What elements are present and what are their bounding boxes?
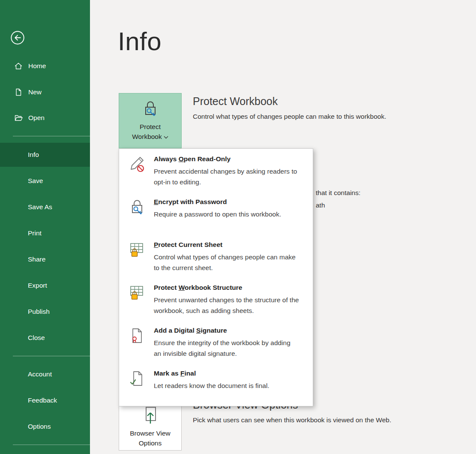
sidebar-item-label: Print xyxy=(28,229,42,237)
sidebar-item-print[interactable]: Print xyxy=(0,221,90,245)
browser-view-options-description: Pick what users can see when this workbo… xyxy=(193,416,391,424)
menu-item-title: Add a Digital Signature xyxy=(154,325,299,336)
read-only-pencil-icon xyxy=(129,156,146,173)
protect-workbook-button-label: Protect Workbook xyxy=(132,122,168,141)
menu-item-encrypt-with-password[interactable]: Encrypt with Password Require a password… xyxy=(119,192,313,235)
sidebar-divider xyxy=(13,445,90,445)
sidebar-item-label: Save As xyxy=(28,203,52,211)
sidebar-item-label: Publish xyxy=(28,308,50,316)
menu-item-description: Ensure the integrity of the workbook by … xyxy=(154,337,299,359)
sidebar-item-options[interactable]: Options xyxy=(0,415,90,439)
menu-item-protect-current-sheet[interactable]: Protect Current Sheet Control what types… xyxy=(119,235,313,277)
signature-doc-icon xyxy=(129,327,146,344)
menu-item-add-digital-signature[interactable]: Add a Digital Signature Ensure the integ… xyxy=(119,320,313,363)
browser-view-icon xyxy=(141,406,160,425)
inspect-workbook-text-fragment: that it contains: xyxy=(316,189,360,197)
menu-item-description: Require a password to open this workbook… xyxy=(154,209,299,219)
home-icon xyxy=(14,62,23,70)
sidebar-item-label: Options xyxy=(28,423,51,430)
open-folder-icon xyxy=(14,114,23,122)
menu-item-description: Let readers know the document is final. xyxy=(154,380,299,391)
sidebar-item-account[interactable]: Account xyxy=(0,362,90,386)
sidebar-item-export[interactable]: Export xyxy=(0,274,90,298)
sidebar-item-save[interactable]: Save xyxy=(0,169,90,193)
sidebar-item-label: Info xyxy=(28,151,39,159)
sidebar-item-new[interactable]: New xyxy=(0,82,90,102)
menu-item-description: Control what types of changes people can… xyxy=(154,252,299,273)
sidebar-item-label: Account xyxy=(28,370,52,378)
sidebar-item-share[interactable]: Share xyxy=(0,247,90,271)
menu-item-title: Encrypt with Password xyxy=(154,196,299,207)
sheet-lock-icon xyxy=(129,284,146,301)
sidebar-item-label: New xyxy=(28,88,42,96)
sidebar-item-info[interactable]: Info xyxy=(0,143,90,167)
menu-item-mark-as-final[interactable]: Mark as Final Let readers know the docum… xyxy=(119,363,313,406)
protect-workbook-description: Control what types of changes people can… xyxy=(193,113,386,120)
sidebar-item-label: Close xyxy=(28,334,45,342)
sidebar-item-save-as[interactable]: Save As xyxy=(0,195,90,219)
menu-item-title: Protect Workbook Structure xyxy=(154,282,299,293)
menu-item-description: Prevent unwanted changes to the structur… xyxy=(154,295,299,316)
sidebar-divider xyxy=(13,356,90,356)
sidebar-item-label: Feedback xyxy=(28,397,57,404)
sidebar-item-label: Home xyxy=(28,62,46,70)
chevron-down-icon xyxy=(164,132,168,141)
backstage-sidebar: Home New Open Info Save Save As Print S xyxy=(0,0,90,454)
lock-key-icon xyxy=(129,198,146,216)
menu-item-protect-workbook-structure[interactable]: Protect Workbook Structure Prevent unwan… xyxy=(119,277,313,320)
menu-item-description: Prevent accidental changes by asking rea… xyxy=(154,166,299,187)
inspect-workbook-text-fragment: ath xyxy=(316,201,325,209)
sidebar-divider xyxy=(13,136,90,136)
sheet-lock-icon xyxy=(129,241,146,259)
protect-workbook-dropdown-menu: Always Open Read-Only Prevent accidental… xyxy=(119,148,313,406)
sidebar-item-home[interactable]: Home xyxy=(0,56,90,76)
sidebar-item-label: Open xyxy=(28,114,45,122)
protect-workbook-heading: Protect Workbook xyxy=(193,95,278,108)
final-doc-icon xyxy=(129,370,146,387)
lock-key-icon xyxy=(141,99,160,118)
sidebar-item-label: Save xyxy=(28,177,43,185)
protect-workbook-button[interactable]: Protect Workbook xyxy=(119,93,182,148)
browser-view-options-button-label: Browser View Options xyxy=(130,428,170,448)
sidebar-item-feedback[interactable]: Feedback xyxy=(0,388,90,412)
sidebar-item-close[interactable]: Close xyxy=(0,326,90,350)
menu-item-title: Mark as Final xyxy=(154,367,299,379)
sidebar-item-open[interactable]: Open xyxy=(0,108,90,128)
menu-item-always-open-read-only[interactable]: Always Open Read-Only Prevent accidental… xyxy=(119,149,313,192)
sidebar-item-label: Share xyxy=(28,256,45,263)
sidebar-item-label: Export xyxy=(28,282,47,289)
menu-item-title: Always Open Read-Only xyxy=(154,153,299,164)
back-button[interactable] xyxy=(9,30,26,46)
sidebar-item-publish[interactable]: Publish xyxy=(0,300,90,324)
menu-item-title: Protect Current Sheet xyxy=(154,239,299,250)
back-arrow-icon xyxy=(9,41,26,47)
page-title: Info xyxy=(118,27,162,56)
browser-view-options-button[interactable]: Browser View Options xyxy=(119,400,182,451)
new-document-icon xyxy=(14,88,23,96)
